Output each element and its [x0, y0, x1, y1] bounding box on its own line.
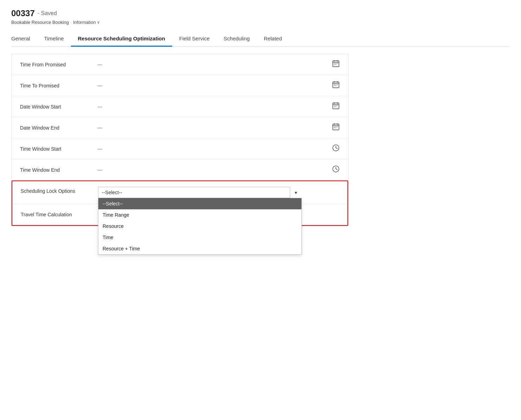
record-title: 00337 - Saved [11, 8, 510, 18]
calendar-icon-date-start[interactable] [332, 102, 340, 111]
entity-name: Bookable Resource Booking [11, 20, 69, 25]
tab-scheduling[interactable]: Scheduling [217, 32, 257, 47]
row-time-to-promised: Time To Promised --- [12, 75, 348, 96]
row-time-from-promised: Time From Promised --- [12, 54, 348, 75]
info-label: Information [73, 20, 96, 25]
select-value-label: --Select-- [102, 190, 122, 195]
chevron-down-icon: ∨ [97, 20, 100, 25]
scheduling-lock-select[interactable]: --Select-- ▾ [98, 187, 302, 198]
row-time-window-start: Time Window Start --- [12, 138, 348, 159]
form-card: Time From Promised --- [11, 54, 349, 226]
svg-line-41 [336, 169, 337, 170]
value-scheduling-lock: --Select-- ▾ --Select-- Time Range Resou… [98, 187, 339, 198]
dropdown-option-resource-time[interactable]: Resource + Time [98, 243, 301, 254]
row-scheduling-lock: Scheduling Lock Options --Select-- ▾ --S… [12, 181, 347, 204]
svg-line-38 [336, 148, 337, 149]
clock-icon-time-window-end[interactable] [332, 165, 340, 175]
tab-related[interactable]: Related [257, 32, 289, 47]
label-time-from-promised: Time From Promised [20, 62, 97, 67]
value-time-window-end: --- [97, 167, 332, 173]
content-area: Time From Promised --- [11, 47, 510, 226]
row-time-window-end: Time Window End --- [12, 159, 348, 181]
label-date-window-start: Date Window Start [20, 104, 97, 110]
label-scheduling-lock: Scheduling Lock Options [21, 187, 98, 194]
breadcrumb: Bookable Resource Booking · Information … [11, 20, 510, 25]
saved-label: - Saved [38, 10, 57, 17]
info-link[interactable]: Information ∨ [73, 20, 100, 25]
tab-timeline[interactable]: Timeline [37, 32, 71, 47]
tab-fieldservice[interactable]: Field Service [172, 32, 217, 47]
dropdown-arrow-icon: ▾ [290, 187, 302, 198]
label-travel-time: Travel Time Calculation [21, 212, 98, 217]
scheduling-lock-select-wrapper: --Select-- ▾ --Select-- Time Range Resou… [98, 187, 302, 198]
value-time-from-promised: --- [97, 62, 332, 67]
scheduling-lock-dropdown: --Select-- Time Range Resource Time Reso… [98, 198, 302, 255]
row-date-window-end: Date Window End --- [12, 117, 348, 138]
tabs-bar: General Timeline Resource Scheduling Opt… [11, 32, 510, 47]
row-date-window-start: Date Window Start --- [12, 96, 348, 117]
calendar-icon-time-from[interactable] [332, 60, 340, 69]
breadcrumb-sep: · [70, 20, 72, 25]
calendar-icon-date-end[interactable] [332, 123, 340, 132]
label-time-to-promised: Time To Promised [20, 83, 97, 88]
clock-icon-time-window-start[interactable] [332, 144, 340, 153]
value-time-to-promised: --- [97, 83, 332, 88]
label-date-window-end: Date Window End [20, 125, 97, 131]
tab-rso[interactable]: Resource Scheduling Optimization [71, 32, 172, 47]
page-wrapper: 00337 - Saved Bookable Resource Booking … [0, 0, 521, 420]
tab-general[interactable]: General [11, 32, 37, 47]
label-time-window-start: Time Window Start [20, 146, 97, 152]
calendar-icon-time-to[interactable] [332, 81, 340, 90]
header-area: 00337 - Saved Bookable Resource Booking … [11, 8, 510, 25]
value-date-window-start: --- [97, 104, 332, 110]
value-time-window-start: --- [97, 146, 332, 152]
dropdown-option-time[interactable]: Time [98, 232, 301, 243]
highlighted-section: Scheduling Lock Options --Select-- ▾ --S… [12, 181, 348, 226]
dropdown-option-select[interactable]: --Select-- [98, 198, 301, 209]
chevron-down-icon: ▾ [295, 190, 297, 195]
label-time-window-end: Time Window End [20, 167, 97, 173]
value-date-window-end: --- [97, 125, 332, 131]
dropdown-option-resource[interactable]: Resource [98, 221, 301, 232]
dropdown-option-timerange[interactable]: Time Range [98, 209, 301, 221]
record-id: 00337 [11, 8, 35, 18]
